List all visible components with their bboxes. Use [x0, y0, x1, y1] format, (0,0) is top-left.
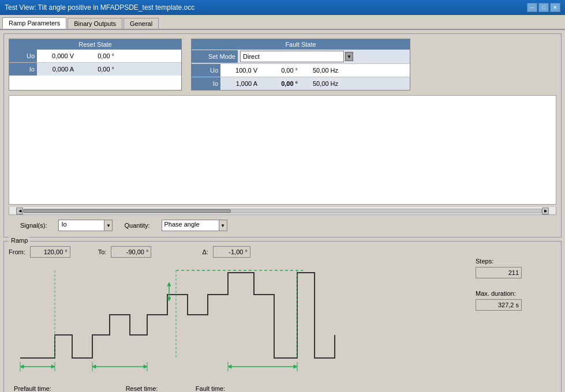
fault-io-label: Io	[192, 77, 220, 90]
minimize-button[interactable]: ─	[527, 3, 537, 12]
reset-state-table: Reset State Uo 0,000 V 0,00 ° Io 0,000 A…	[9, 39, 182, 91]
reset-uo-label: Uo	[9, 50, 37, 62]
to-label: To:	[98, 248, 107, 255]
from-field[interactable]	[30, 246, 70, 258]
steps-group: Steps:	[476, 258, 556, 278]
ramp-title: Ramp	[9, 237, 30, 244]
scroll-right[interactable]: ▶	[542, 208, 549, 214]
tab-binary-outputs[interactable]: Binary Outputs	[68, 18, 122, 29]
signals-dropdown[interactable]: Io ▼	[58, 220, 113, 231]
to-field[interactable]	[111, 246, 151, 258]
ramp-section: Ramp From: To: Δ:	[3, 241, 562, 392]
from-label: From:	[9, 248, 25, 255]
quantity-dropdown[interactable]: Phase angle ▼	[162, 220, 227, 231]
reset-io-label: Io	[9, 63, 37, 76]
ramp-right: Steps: Max. duration:	[476, 246, 556, 392]
graph-area	[9, 95, 556, 205]
svg-marker-14	[92, 365, 96, 368]
signals-dropdown-btn[interactable]: ▼	[104, 220, 113, 231]
scrollbar-thumb[interactable]	[24, 209, 231, 213]
svg-marker-5	[167, 282, 171, 286]
reset-io-value1: 0,000 A	[37, 65, 77, 74]
fault-uo-row: Uo 100,0 V 0,00 ° 50,00 Hz	[192, 64, 410, 77]
waveform-svg	[9, 260, 343, 384]
fault-state-header: Fault State	[192, 39, 410, 50]
set-mode-dropdown[interactable]: Direct ▼	[238, 50, 410, 63]
reset-uo-value1: 0,000 V	[37, 51, 77, 61]
window-body: Ramp Parameters Binary Outputs General R…	[0, 15, 565, 392]
max-duration-field[interactable]	[476, 299, 522, 311]
reset-uo-value2: 0,00 °	[77, 51, 118, 61]
max-duration-label: Max. duration:	[476, 290, 556, 297]
fault-time-label: Fault time:	[196, 385, 225, 392]
fault-io-row: Io 1,000 A 0,00 ° 50,00 Hz	[192, 77, 410, 90]
fault-time-group: Fault time:	[189, 385, 232, 392]
signals-row: Signal(s): Io ▼ Quantity: Phase angle ▼	[9, 217, 556, 232]
reset-time-label: Reset time:	[126, 385, 158, 392]
svg-marker-9	[20, 365, 24, 368]
fault-io-v2: 0,00 °	[261, 79, 301, 88]
title-bar: Test View: Tilt angle positive in MFADPS…	[0, 0, 565, 15]
tab-general[interactable]: General	[124, 18, 159, 29]
tab-bar: Ramp Parameters Binary Outputs General	[0, 15, 565, 30]
ramp-diagram: From: To: Δ:	[9, 246, 556, 392]
set-mode-row: Set Mode Direct ▼	[192, 50, 410, 64]
steps-label: Steps:	[476, 258, 556, 265]
reset-state-header: Reset State	[9, 39, 181, 50]
svg-marker-10	[51, 365, 55, 368]
delta-field[interactable]	[213, 246, 250, 258]
max-duration-group: Max. duration:	[476, 290, 556, 311]
set-mode-label: Set Mode	[192, 50, 238, 63]
fault-state-table: Fault State Set Mode Direct ▼ Uo 100,0 V	[191, 39, 410, 91]
signals-input[interactable]: Io	[58, 220, 104, 231]
quantity-dropdown-btn[interactable]: ▼	[219, 220, 227, 231]
scrollbar[interactable]: ◀ ▶	[9, 207, 556, 215]
top-section: Reset State Uo 0,000 V 0,00 ° Io 0,000 A…	[3, 33, 562, 238]
delta-label: Δ:	[202, 248, 208, 255]
quantity-input[interactable]: Phase angle	[162, 220, 219, 231]
prefault-label: Prefault time:	[14, 385, 51, 392]
scrollbar-track[interactable]	[23, 209, 542, 213]
reset-io-row: Io 0,000 A 0,00 °	[9, 63, 181, 76]
fault-io-v3: 50,00 Hz	[301, 79, 342, 88]
fault-uo-v2: 0,00 °	[261, 66, 301, 75]
fault-io-v1: 1,000 A	[220, 79, 261, 88]
scroll-left[interactable]: ◀	[16, 208, 23, 214]
window-title: Test View: Tilt angle positive in MFADPS…	[5, 3, 194, 12]
svg-marker-15	[144, 365, 147, 368]
reset-time-group: Reset time:	[120, 385, 163, 392]
states-container: Reset State Uo 0,000 V 0,00 ° Io 0,000 A…	[9, 39, 556, 91]
quantity-label: Quantity:	[124, 222, 149, 229]
fault-uo-label: Uo	[192, 64, 220, 77]
close-button[interactable]: ✕	[550, 3, 560, 12]
svg-marker-20	[294, 365, 297, 368]
set-mode-value: Direct	[243, 53, 260, 60]
signals-label: Signal(s):	[20, 222, 47, 229]
steps-field[interactable]	[476, 267, 522, 278]
tab-ramp-parameters[interactable]: Ramp Parameters	[2, 17, 66, 29]
maximize-button[interactable]: □	[538, 3, 549, 12]
reset-io-value2: 0,00 °	[77, 65, 118, 74]
window-controls: ─ □ ✕	[527, 3, 560, 12]
fault-uo-v1: 100,0 V	[220, 66, 261, 75]
set-mode-field[interactable]: Direct	[240, 51, 344, 62]
prefault-group: Prefault time:	[11, 385, 54, 392]
set-mode-arrow[interactable]: ▼	[345, 52, 353, 61]
fault-uo-v3: 50,00 Hz	[301, 66, 342, 75]
ramp-left: From: To: Δ:	[9, 246, 471, 392]
svg-marker-19	[228, 365, 231, 368]
reset-uo-row: Uo 0,000 V 0,00 °	[9, 50, 181, 63]
time-fields: Prefault time: Reset time: Fault time:	[9, 385, 471, 392]
